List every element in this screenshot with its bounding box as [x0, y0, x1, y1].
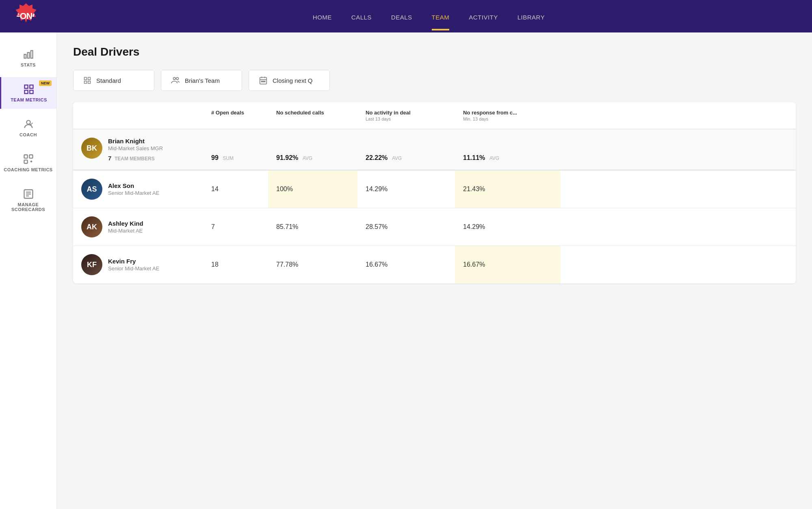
logo-badge: GONG — [13, 3, 39, 29]
sidebar-item-coaching-metrics[interactable]: COACHING METRICS — [0, 147, 56, 179]
filter-period-btn[interactable]: Closing next Q — [249, 70, 330, 91]
sidebar-manage-scorecards-label: MANAGE SCORECARDS — [3, 202, 53, 212]
manager-no-activity: 22.22% AVG — [357, 129, 455, 170]
no-response-cell: 14.29% — [455, 208, 561, 246]
sidebar-stats-label: STATS — [21, 63, 36, 67]
svg-rect-29 — [264, 81, 265, 82]
svg-rect-1 — [27, 52, 29, 58]
team-metrics-icon — [23, 84, 35, 95]
svg-rect-10 — [24, 160, 27, 163]
svg-rect-28 — [263, 81, 264, 82]
svg-rect-20 — [88, 81, 91, 84]
person-name: Ashley Kind — [108, 220, 143, 227]
manager-no-response: 11.11% AVG — [455, 129, 561, 170]
manager-no-scheduled: 91.92% AVG — [268, 129, 357, 170]
svg-point-22 — [176, 78, 179, 80]
filter-view-btn[interactable]: Standard — [73, 70, 154, 91]
new-badge: NEW — [39, 80, 52, 86]
nav-calls[interactable]: CALLS — [351, 2, 372, 30]
sidebar-coach-label: COACH — [19, 132, 37, 137]
coaching-metrics-icon — [23, 153, 34, 165]
grid-icon — [83, 76, 91, 84]
person-info-alex: Alex Son Senior Mid-Market AE — [108, 182, 159, 196]
main-content: Deal Drivers Standard Brian's Team — [57, 32, 812, 509]
no-response-cell highlight: 21.43% — [455, 170, 561, 208]
manager-info-cell: BK Brian Knight Mid-Market Sales MGR 7 T… — [73, 129, 203, 170]
no-activity-cell: 28.57% — [357, 208, 455, 246]
svg-rect-5 — [25, 90, 28, 93]
svg-rect-2 — [30, 51, 32, 58]
table-row: AK Ashley Kind Mid-Market AE 7 85.71% 28… — [73, 208, 796, 246]
person-cell-ashley: AK Ashley Kind Mid-Market AE — [73, 208, 203, 246]
no-activity-cell: 16.67% — [357, 246, 455, 283]
filter-period-label: Closing next Q — [273, 77, 312, 84]
svg-rect-9 — [29, 155, 32, 158]
manager-name: Brian Knight — [108, 138, 163, 145]
col-no-activity: No activity in deal Last 13 days — [357, 102, 455, 129]
avatar-brian: BK — [81, 138, 102, 159]
person-info-kevin: Kevin Fry Senior Mid-Market AE — [108, 258, 159, 272]
open-deals-cell: 18 — [203, 246, 268, 283]
table-row: AS Alex Son Senior Mid-Market AE 14 100%… — [73, 170, 796, 208]
person-name: Alex Son — [108, 182, 159, 189]
person-cell-alex: AS Alex Son Senior Mid-Market AE — [73, 170, 203, 208]
deal-drivers-table: # Open deals No scheduled calls No activ… — [73, 102, 796, 283]
sidebar-item-coach[interactable]: COACH — [0, 112, 56, 144]
manager-role: Mid-Market Sales MGR — [108, 145, 163, 151]
svg-rect-27 — [261, 81, 262, 82]
svg-rect-18 — [88, 78, 91, 80]
sidebar-item-team-metrics[interactable]: NEW TEAM METRICS — [0, 77, 56, 109]
sidebar-item-stats[interactable]: STATS — [0, 42, 56, 74]
avatar-ashley: AK — [81, 216, 102, 237]
filter-team-label: Brian's Team — [185, 77, 220, 84]
svg-rect-8 — [24, 155, 27, 158]
sidebar-item-manage-scorecards[interactable]: MANAGE SCORECARDS — [0, 182, 56, 218]
team-icon — [171, 76, 180, 85]
person-name: Kevin Fry — [108, 258, 159, 265]
col-no-scheduled-calls: No scheduled calls — [268, 102, 357, 129]
svg-rect-3 — [25, 85, 28, 88]
team-members-count: 7 TEAM MEMBERS — [108, 155, 163, 162]
person-cell-kevin: KF Kevin Fry Senior Mid-Market AE — [73, 246, 203, 283]
col-open-deals: # Open deals — [203, 102, 268, 129]
svg-rect-4 — [30, 85, 33, 88]
person-role: Senior Mid-Market AE — [108, 265, 159, 272]
col-no-response: No response from c... Min. 13 days — [455, 102, 561, 129]
manage-scorecards-icon — [23, 188, 34, 200]
table-header: # Open deals No scheduled calls No activ… — [73, 102, 796, 129]
nav-activity[interactable]: ACTIVITY — [469, 2, 498, 30]
stats-icon — [23, 49, 34, 60]
nav-home[interactable]: HOME — [313, 2, 332, 30]
top-nav: GONG HOME CALLS DEALS TEAM ACTIVITY LIBR… — [0, 0, 812, 32]
app-body: STATS NEW TEAM METRICS COACH COACHING ME… — [0, 32, 812, 509]
filter-team-btn[interactable]: Brian's Team — [161, 70, 242, 91]
svg-rect-0 — [24, 54, 26, 58]
nav-library[interactable]: LIBRARY — [518, 2, 545, 30]
filter-row: Standard Brian's Team — [73, 70, 796, 91]
no-scheduled-cell: 77.78% — [268, 246, 357, 283]
nav-team[interactable]: TEAM — [432, 2, 450, 30]
logo[interactable]: GONG — [13, 3, 39, 29]
col-name — [73, 102, 203, 129]
svg-rect-6 — [30, 90, 33, 93]
filter-view-label: Standard — [96, 77, 121, 84]
no-scheduled-cell highlight: 100% — [268, 170, 357, 208]
manager-details: Brian Knight Mid-Market Sales MGR 7 TEAM… — [108, 138, 163, 162]
open-deals-cell: 7 — [203, 208, 268, 246]
person-role: Mid-Market AE — [108, 228, 143, 234]
calendar-icon — [259, 76, 268, 85]
svg-point-21 — [173, 78, 176, 80]
svg-rect-17 — [84, 78, 87, 80]
manager-open-deals: 99 SUM — [203, 129, 268, 170]
no-scheduled-cell: 85.71% — [268, 208, 357, 246]
svg-rect-19 — [84, 81, 87, 84]
sidebar-coaching-metrics-label: COACHING METRICS — [4, 167, 52, 172]
open-deals-cell: 14 — [203, 170, 268, 208]
table-row: KF Kevin Fry Senior Mid-Market AE 18 77.… — [73, 246, 796, 283]
sidebar: STATS NEW TEAM METRICS COACH COACHING ME… — [0, 32, 57, 509]
manager-row: BK Brian Knight Mid-Market Sales MGR 7 T… — [73, 129, 796, 170]
sidebar-team-metrics-label: TEAM METRICS — [11, 97, 47, 102]
coach-icon — [23, 119, 34, 130]
nav-deals[interactable]: DEALS — [391, 2, 412, 30]
avatar-alex: AS — [81, 179, 102, 200]
